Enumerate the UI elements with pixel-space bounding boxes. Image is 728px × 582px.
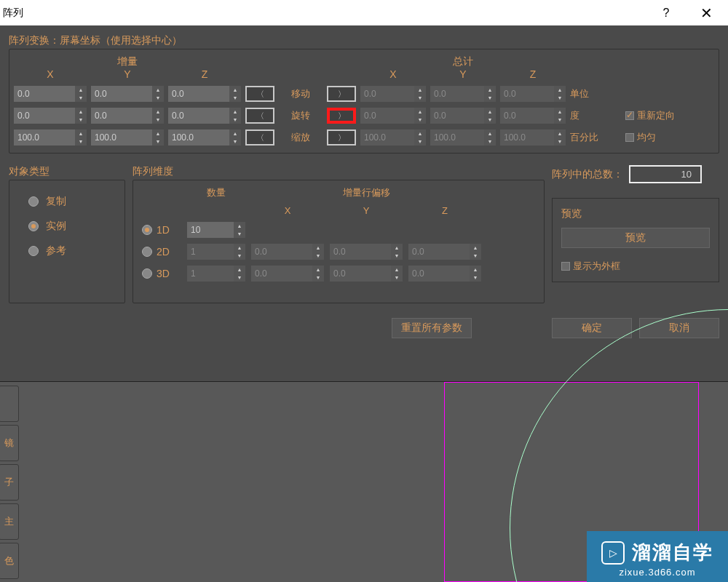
chevron-right-icon: 〉: [338, 132, 346, 143]
totals-header: 总计: [430, 55, 496, 68]
scale-row: ▲▼ ▲▼ ▲▼ 〈 缩放 〉 ▲▼ ▲▼ ▲▼ 百分比 均匀: [14, 129, 714, 146]
close-button[interactable]: ✕: [684, 4, 728, 22]
dim-1d-count[interactable]: ▲▼: [187, 222, 245, 238]
rotate-unit: 度: [570, 109, 621, 122]
scale-left-arrow-button[interactable]: 〈: [245, 129, 274, 146]
tot-z-header: Z: [500, 68, 566, 80]
dim-2d-count[interactable]: ▲▼: [187, 244, 245, 260]
scale-tot-x[interactable]: ▲▼: [360, 129, 426, 146]
move-tot-y[interactable]: ▲▼: [430, 86, 496, 102]
move-inc-y[interactable]: ▲▼: [91, 86, 164, 102]
side-button-4[interactable]: 色: [0, 543, 19, 579]
lower-panels: 对象类型 复制 实例 参考 阵列维度 数量 增量行偏移 X Y Z: [9, 165, 719, 303]
dim-1d-radio[interactable]: 1D: [138, 224, 181, 236]
watermark-url: zixue.3d66.com: [619, 567, 695, 578]
array-dimension-title: 阵列维度: [132, 165, 545, 178]
radio-icon: [28, 196, 39, 207]
radio-icon: [142, 247, 152, 257]
object-type-panel: 对象类型 复制 实例 参考: [9, 165, 125, 303]
tot-y-header: Y: [430, 68, 496, 80]
move-tot-z[interactable]: ▲▼: [500, 86, 566, 102]
watermark-name: 溜溜自学: [632, 540, 713, 565]
array-dimension-panel: 阵列维度 数量 增量行偏移 X Y Z 1D ▲▼ 2D ▲▼: [132, 165, 545, 303]
rotate-tot-y[interactable]: ▲▼: [430, 108, 496, 124]
incremental-header: 增量: [91, 55, 164, 68]
checkbox-icon: [625, 111, 634, 120]
array-transform-title: 阵列变换：屏幕坐标（使用选择中心）: [9, 34, 719, 47]
scale-tot-y[interactable]: ▲▼: [430, 129, 496, 146]
side-button-1[interactable]: 镜: [0, 425, 19, 461]
radio-icon: [28, 246, 39, 256]
move-right-arrow-button[interactable]: 〉: [327, 86, 356, 102]
chevron-right-icon: 〉: [338, 89, 346, 100]
dim-3d-y[interactable]: ▲▼: [330, 266, 403, 282]
radio-icon: [142, 225, 152, 235]
side-button-2[interactable]: 子: [0, 464, 19, 501]
help-button[interactable]: ?: [648, 7, 684, 20]
rotate-right-arrow-button[interactable]: 〉: [327, 108, 356, 124]
wireframe-checkbox[interactable]: 显示为外框: [561, 260, 710, 273]
move-unit: 单位: [570, 87, 621, 100]
total-count-row: 阵列中的总数： 10: [552, 165, 719, 183]
inc-y-header: Y: [91, 68, 164, 80]
move-row: ▲▼ ▲▼ ▲▼ 〈 移动 〉 ▲▼ ▲▼ ▲▼ 单位: [14, 86, 714, 102]
rotate-tot-z[interactable]: ▲▼: [500, 108, 566, 124]
uniform-checkbox[interactable]: 均匀: [625, 131, 698, 144]
scale-unit: 百分比: [570, 131, 621, 144]
object-type-title: 对象类型: [9, 165, 125, 178]
chevron-left-icon: 〈: [256, 132, 264, 143]
dim-3d-radio[interactable]: 3D: [138, 268, 181, 279]
transform-headers: 增量 总计: [14, 55, 714, 68]
move-left-arrow-button[interactable]: 〈: [245, 86, 274, 102]
rotate-inc-z[interactable]: ▲▼: [168, 108, 241, 124]
side-button-3[interactable]: 主: [0, 503, 19, 540]
move-inc-z[interactable]: ▲▼: [168, 86, 241, 102]
dim-2d-radio[interactable]: 2D: [138, 246, 181, 258]
tot-x-header: X: [360, 68, 426, 80]
reset-button[interactable]: 重置所有参数: [392, 318, 472, 338]
instance-radio[interactable]: 实例: [28, 220, 120, 233]
dim-3d-x[interactable]: ▲▼: [251, 266, 324, 282]
total-count-value: 10: [629, 165, 702, 183]
dim-3d-z[interactable]: ▲▼: [408, 266, 481, 282]
titlebar: 阵列 ? ✕: [0, 0, 728, 25]
dim-x-header: X: [251, 205, 324, 216]
dim-2d-z[interactable]: ▲▼: [408, 244, 481, 260]
dim-3d-count[interactable]: ▲▼: [187, 266, 245, 282]
move-inc-x[interactable]: ▲▼: [14, 86, 87, 102]
chevron-left-icon: 〈: [256, 89, 264, 100]
dim-2d-x[interactable]: ▲▼: [251, 244, 324, 260]
dim-2d-y[interactable]: ▲▼: [330, 244, 403, 260]
preview-button[interactable]: 预览: [561, 228, 710, 248]
rotate-row: ▲▼ ▲▼ ▲▼ 〈 旋转 〉 ▲▼ ▲▼ ▲▼ 度 重新定向: [14, 108, 714, 124]
scale-tot-z[interactable]: ▲▼: [500, 129, 566, 146]
scale-inc-x[interactable]: ▲▼: [14, 129, 87, 146]
rotate-inc-y[interactable]: ▲▼: [91, 108, 164, 124]
rotate-left-arrow-button[interactable]: 〈: [245, 108, 274, 124]
reference-radio[interactable]: 参考: [28, 244, 120, 258]
dim-z-header: Z: [408, 205, 481, 216]
scale-right-arrow-button[interactable]: 〉: [327, 129, 356, 146]
reorient-checkbox[interactable]: 重新定向: [625, 109, 698, 122]
move-label: 移动: [279, 87, 323, 100]
inc-x-header: X: [14, 68, 87, 80]
rotate-inc-x[interactable]: ▲▼: [14, 108, 87, 124]
rotate-tot-x[interactable]: ▲▼: [360, 108, 426, 124]
move-tot-x[interactable]: ▲▼: [360, 86, 426, 102]
array-transform-section: 增量 总计 X Y Z X Y Z ▲▼ ▲▼ ▲▼ 〈 移动 〉 ▲▼ ▲▼ …: [9, 49, 719, 154]
side-button-0[interactable]: [0, 386, 19, 422]
preview-title: 预览: [561, 207, 710, 220]
copy-radio[interactable]: 复制: [28, 195, 120, 208]
inc-z-header: Z: [168, 68, 241, 80]
window-title: 阵列: [3, 7, 648, 20]
scale-inc-y[interactable]: ▲▼: [91, 129, 164, 146]
right-column: 阵列中的总数： 10 预览 预览 显示为外框: [552, 165, 719, 303]
dialog-buttons: 重置所有参数 确定 取消: [9, 318, 719, 338]
offset-header: 增量行偏移: [330, 186, 403, 199]
scale-inc-z[interactable]: ▲▼: [168, 129, 241, 146]
ok-button[interactable]: 确定: [552, 318, 632, 338]
total-count-label: 阵列中的总数：: [552, 168, 623, 181]
radio-icon: [28, 221, 39, 231]
count-header: 数量: [187, 186, 245, 199]
column-headers: X Y Z X Y Z: [14, 68, 714, 80]
